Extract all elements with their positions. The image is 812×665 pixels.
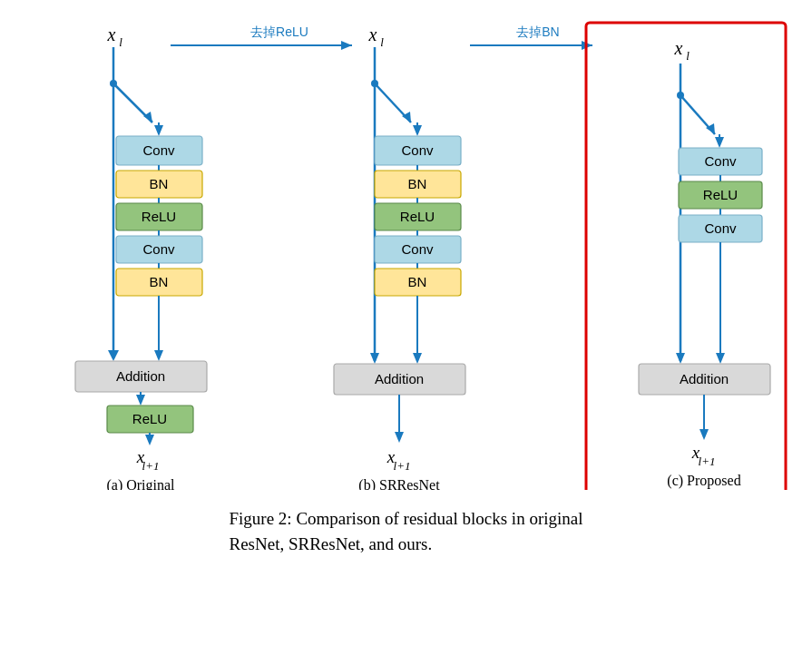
figure-caption-line2: ResNet, SRResNet, and ours. (230, 534, 433, 553)
diagram-c-output-sub: l+1 (698, 455, 715, 468)
svg-marker-4 (154, 125, 163, 136)
diagram-a-input-sub: l (119, 35, 122, 49)
diagram-a-conv1-label: Conv (142, 142, 175, 158)
diagram-c-conv1-label: Conv (704, 153, 737, 169)
diagram-c-input-label: x (673, 38, 682, 58)
diagram-b-left-arrowhead (370, 353, 379, 364)
diagram-b-conv2-label: Conv (401, 241, 434, 257)
diagram-c-left-arrowhead (676, 353, 685, 364)
diagram-a-to-addition-arrow (154, 350, 163, 361)
diagram-b-caption: (b) SRResNet (358, 477, 440, 490)
diagram-a-relu-label: ReLU (141, 209, 175, 224)
diagram-a-left-arrowhead (108, 350, 119, 361)
svg-marker-33 (715, 137, 724, 148)
figure-caption-line1: Figure 2: Comparison of residual blocks … (230, 509, 583, 528)
arrow1-head (341, 41, 352, 50)
svg-marker-25 (413, 353, 422, 364)
diagram-b-bn1-label: BN (407, 176, 426, 191)
svg-marker-39 (699, 429, 709, 440)
figure-caption: Figure 2: Comparison of residual blocks … (211, 506, 602, 556)
main-container: x l Conv BN R (0, 0, 812, 665)
diagram-b-conv1-label: Conv (401, 142, 434, 158)
diagram-b-relu-label: ReLU (399, 209, 434, 224)
diagram-c-relu-label: ReLU (702, 187, 737, 202)
diagram-a-bn2-label: BN (149, 274, 168, 289)
diagram-c-input-sub: l (686, 49, 690, 63)
diagram-a-output-sub: l+1 (142, 459, 159, 473)
diagram-b-addition-label: Addition (374, 371, 423, 386)
diagram-a-addition-label: Addition (115, 368, 164, 384)
proposed-border (586, 23, 786, 490)
svg-marker-27 (395, 432, 404, 443)
diagram-b-input-label: x (367, 24, 377, 44)
diagrams-svg-container: x l Conv BN R (16, 18, 797, 490)
svg-marker-19 (413, 125, 422, 136)
diagram-a-caption: (a) Original (106, 477, 175, 490)
diagram-a-conv2-label: Conv (142, 241, 175, 257)
svg-marker-11 (136, 395, 145, 406)
arrow1-label: 去掉ReLU (250, 24, 308, 39)
diagram-a-bn1-label: BN (149, 176, 168, 191)
diagram-b-bn2-label: BN (407, 274, 426, 289)
diagram-c-conv2-label: Conv (704, 220, 737, 236)
svg-marker-13 (145, 435, 154, 445)
diagram-c-caption: (c) Proposed (667, 473, 740, 489)
diagram-a-input-label: x (106, 24, 115, 44)
arrow2-label: 去掉BN (516, 24, 559, 39)
diagram-b-output-sub: l+1 (393, 459, 410, 473)
diagram-c-addition-label: Addition (679, 371, 728, 386)
diagram-b-input-sub: l (380, 35, 384, 49)
svg-marker-37 (716, 353, 725, 364)
diagram-a-relu-after-label: ReLU (132, 411, 166, 426)
